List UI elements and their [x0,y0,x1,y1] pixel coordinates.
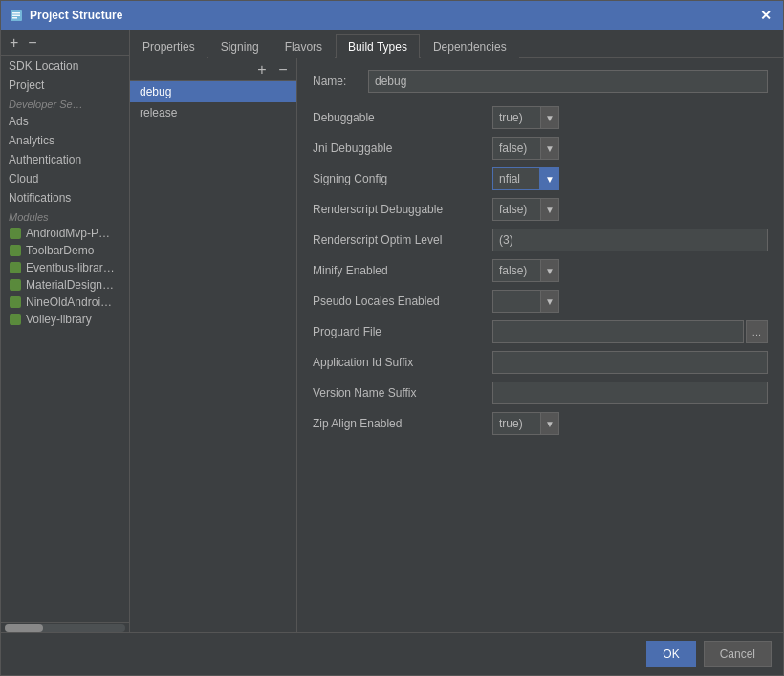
name-input[interactable] [368,70,768,93]
developer-services-label: Developer Se… [1,95,129,112]
project-structure-dialog: Project Structure ✕ + − SDK Location Pro… [0,0,784,676]
material-design-icon [9,278,22,292]
field-row-version-name-suffix: Version Name Suffix [313,382,768,404]
zip-align-enabled-arrow[interactable]: ▼ [540,412,559,435]
pseudo-locales-value [492,290,540,313]
sidebar-item-eventbus-library[interactable]: Eventbus-librar… [1,259,129,276]
tab-dependencies[interactable]: Dependencies [421,34,519,58]
name-label: Name: [313,75,360,88]
sidebar-scrollbar[interactable] [1,622,129,632]
build-add-button[interactable]: + [252,60,272,79]
debuggable-label: Debuggable [313,111,485,124]
pseudo-locales-control: ▼ [492,290,768,313]
signing-config-arrow[interactable]: ▼ [540,167,559,190]
application-id-suffix-label: Application Id Suffix [313,356,485,369]
jni-debuggable-control: false) ▼ [492,137,768,160]
debuggable-value: true) [492,106,540,129]
sidebar-tree: SDK Location Project Developer Se… Ads A… [1,56,129,622]
sidebar-add-button[interactable]: + [7,34,21,52]
toolbar-demo-icon [9,244,22,257]
eventbus-icon [9,261,22,274]
tab-build-types[interactable]: Build Types [336,34,420,58]
renderscript-optim-label: Renderscript Optim Level [313,233,485,247]
zip-align-enabled-label: Zip Align Enabled [313,417,485,430]
sidebar-item-notifications[interactable]: Notifications [1,188,129,207]
build-item-debug[interactable]: debug [130,81,296,102]
renderscript-optim-value: (3) [492,229,768,251]
zip-align-enabled-dropdown: true) ▼ [492,412,559,435]
debuggable-arrow[interactable]: ▼ [540,106,559,129]
build-list-items: debug release [130,81,296,632]
sidebar-item-volley-library[interactable]: Volley-library [1,311,129,328]
build-remove-button[interactable]: − [273,60,293,79]
proguard-file-input[interactable] [492,320,744,343]
jni-debuggable-label: Jni Debuggable [313,142,485,155]
tab-bar: Properties Signing Flavors Build Types D… [130,30,783,58]
build-item-release[interactable]: release [130,102,296,123]
dialog-icon [9,8,24,23]
scrollbar-thumb [5,624,43,632]
renderscript-debuggable-label: Renderscript Debuggable [313,203,485,216]
tab-flavors[interactable]: Flavors [272,34,335,58]
nine-old-icon [9,295,22,309]
application-id-suffix-input[interactable] [492,351,768,374]
build-list-header: + − [130,58,296,81]
field-row-jni-debuggable: Jni Debuggable false) ▼ [313,137,768,160]
sidebar-item-project[interactable]: Project [1,76,129,95]
build-type-list: + − debug release [130,58,297,632]
ok-button[interactable]: OK [646,641,695,667]
minify-enabled-arrow[interactable]: ▼ [540,259,559,282]
field-row-renderscript-debuggable: Renderscript Debuggable false) ▼ [313,198,768,221]
main-content: + − SDK Location Project Developer Se… A… [1,30,783,632]
renderscript-debuggable-control: false) ▼ [492,198,768,221]
pseudo-locales-arrow[interactable]: ▼ [540,290,559,313]
field-row-debuggable: Debuggable true) ▼ [313,106,768,129]
sidebar-item-sdk-location[interactable]: SDK Location [1,56,129,76]
zip-align-enabled-value: true) [492,412,540,435]
sidebar-item-nine-old-android[interactable]: NineOldAndroi… [1,294,129,311]
tab-signing[interactable]: Signing [208,34,272,58]
sidebar-remove-button[interactable]: − [25,34,39,52]
signing-config-dropdown: nfial ▼ [492,167,559,190]
tab-properties[interactable]: Properties [130,34,207,58]
android-mvp-icon [9,227,22,240]
field-row-renderscript-optim: Renderscript Optim Level (3) [313,229,768,251]
title-bar: Project Structure ✕ [1,1,783,30]
signing-config-control: nfial ▼ [492,167,768,190]
sidebar-item-toolbar-demo[interactable]: ToolbarDemo [1,242,129,259]
sidebar-actions: + − [1,30,129,56]
svg-rect-1 [12,12,20,14]
field-row-minify-enabled: Minify Enabled false) ▼ [313,259,768,282]
dialog-footer: OK Cancel [1,632,783,675]
field-row-application-id-suffix: Application Id Suffix [313,351,768,374]
sidebar-item-ads[interactable]: Ads [1,112,129,131]
close-button[interactable]: ✕ [756,6,775,25]
sidebar: + − SDK Location Project Developer Se… A… [1,30,130,632]
modules-label: Modules [1,207,129,225]
cancel-button[interactable]: Cancel [704,641,772,667]
sidebar-item-material-design[interactable]: MaterialDesign… [1,276,129,294]
field-row-signing-config: Signing Config nfial ▼ [313,167,768,190]
svg-rect-2 [12,15,20,17]
proguard-file-control: ... [492,320,768,343]
jni-debuggable-arrow[interactable]: ▼ [540,137,559,160]
fields-area: Name: Debuggable true) ▼ [297,58,783,632]
application-id-suffix-control [492,351,768,374]
sidebar-item-analytics[interactable]: Analytics [1,131,129,150]
scrollbar-track [5,624,125,632]
proguard-file-browse-button[interactable]: ... [746,320,768,343]
sidebar-item-cloud[interactable]: Cloud [1,169,129,188]
minify-enabled-dropdown: false) ▼ [492,259,559,282]
renderscript-debuggable-arrow[interactable]: ▼ [540,198,559,221]
version-name-suffix-input[interactable] [492,382,768,404]
field-row-proguard-file: Proguard File ... [313,320,768,343]
sidebar-item-authentication[interactable]: Authentication [1,150,129,169]
proguard-file-input-group: ... [492,320,768,343]
sidebar-item-android-mvp[interactable]: AndroidMvp-P… [1,225,129,242]
volley-icon [9,313,22,326]
renderscript-optim-control: (3) [492,229,768,251]
proguard-file-label: Proguard File [313,325,485,338]
svg-rect-3 [12,17,17,19]
pseudo-locales-dropdown: ▼ [492,290,559,313]
debuggable-dropdown: true) ▼ [492,106,559,129]
